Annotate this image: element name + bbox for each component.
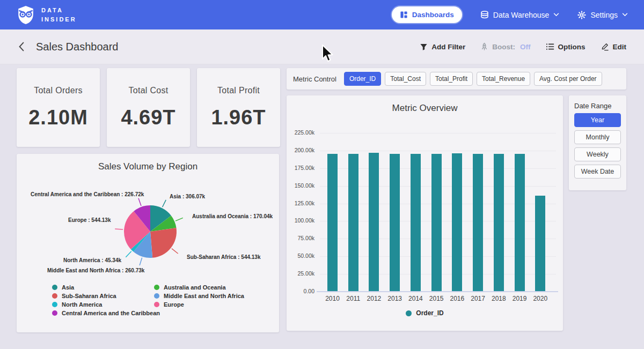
settings-menu[interactable]: Settings bbox=[577, 11, 628, 19]
dashboards-button[interactable]: Dashboards bbox=[392, 6, 462, 23]
y-axis-tick: 200.00k bbox=[287, 147, 314, 153]
pie-label-sub-saharan-africa: Sub-Saharan Africa : 544.13k bbox=[187, 254, 260, 260]
date-range-button-year[interactable]: Year bbox=[574, 113, 621, 127]
database-icon bbox=[480, 11, 489, 19]
bar-2019[interactable] bbox=[515, 154, 525, 292]
bar-2014[interactable] bbox=[411, 154, 421, 292]
kpi-label: Total Profit bbox=[217, 86, 260, 95]
bar-2017[interactable] bbox=[473, 154, 483, 292]
legend-dot bbox=[406, 310, 412, 316]
legend-item: North America bbox=[52, 301, 102, 308]
kpi-value: 1.96T bbox=[211, 106, 266, 129]
bar-2020[interactable] bbox=[535, 196, 545, 292]
x-axis-tick: 2019 bbox=[509, 295, 530, 302]
date-range-button-monthly[interactable]: Monthly bbox=[574, 130, 621, 144]
metric-button-order-id[interactable]: Order_ID bbox=[344, 72, 381, 86]
pie-leader-line bbox=[115, 229, 123, 229]
pie-leader-line bbox=[126, 251, 131, 257]
boost-value: Off bbox=[520, 43, 531, 51]
bar-2010[interactable] bbox=[327, 154, 338, 292]
x-axis-tick: 2010 bbox=[322, 295, 343, 302]
legend-item: Asia bbox=[52, 284, 74, 291]
x-axis-tick: 2020 bbox=[530, 295, 551, 302]
y-axis-tick: 50.00k bbox=[287, 253, 314, 259]
gridline bbox=[320, 133, 556, 133]
pie-label-asia: Asia : 306.07k bbox=[170, 194, 205, 199]
pie-label-central-america-caribbean: Central America and the Caribbean : 226.… bbox=[31, 191, 144, 197]
bar-legend: Order_ID bbox=[287, 309, 563, 317]
page-title: Sales Dashboard bbox=[36, 41, 118, 53]
x-axis-tick: 2016 bbox=[447, 295, 468, 302]
bar-2018[interactable] bbox=[494, 154, 504, 292]
x-axis-tick: 2011 bbox=[342, 295, 364, 302]
bar-2013[interactable] bbox=[390, 154, 400, 292]
kpi-card-total-orders: Total Orders 2.10M bbox=[17, 68, 100, 147]
legend-item: Middle East and North Africa bbox=[154, 293, 244, 299]
back-button[interactable] bbox=[18, 42, 25, 51]
rocket-icon bbox=[480, 42, 488, 51]
legend-item: Sub-Saharan Africa bbox=[52, 293, 116, 299]
pie-slice-2[interactable] bbox=[150, 228, 177, 258]
edit-label: Edit bbox=[613, 43, 627, 51]
legend-dot bbox=[52, 293, 57, 299]
bar-2011[interactable] bbox=[348, 154, 358, 292]
add-filter-label: Add Filter bbox=[431, 43, 465, 51]
metric-button-total-revenue[interactable]: Total_Revenue bbox=[477, 72, 530, 86]
x-axis-tick: 2018 bbox=[488, 295, 509, 302]
x-axis-tick: 2014 bbox=[405, 295, 426, 302]
gear-icon bbox=[577, 11, 586, 19]
date-range-panel: Date Range Year Monthly Weekly Week Date bbox=[569, 95, 626, 190]
x-axis-tick: 2015 bbox=[426, 295, 447, 302]
legend-label: Australia and Oceania bbox=[164, 284, 226, 291]
metric-button-total-profit[interactable]: Total_Profit bbox=[430, 72, 473, 86]
bar-2012[interactable] bbox=[369, 153, 379, 292]
add-filter-button[interactable]: Add Filter bbox=[420, 43, 465, 51]
legend-label: Asia bbox=[62, 284, 74, 291]
legend-dot bbox=[52, 310, 57, 316]
metric-overview-card: Metric Overview 225.00k200.00k175.00k150… bbox=[287, 95, 563, 331]
logo-text-line1: DATA bbox=[41, 6, 77, 15]
pie-label-australia-oceania: Australia and Oceania : 170.04k bbox=[192, 213, 273, 219]
options-button[interactable]: Options bbox=[546, 43, 586, 51]
metric-control-label: Metric Control bbox=[293, 75, 336, 83]
metric-button-avg-cost-per-order[interactable]: Avg. Cost per Order bbox=[534, 72, 602, 86]
data-warehouse-label: Data Warehouse bbox=[493, 11, 550, 19]
y-axis-tick: 150.00k bbox=[287, 182, 314, 189]
boost-label: Boost: bbox=[492, 43, 515, 51]
options-list-icon bbox=[546, 43, 554, 50]
metric-button-total-cost[interactable]: Total_Cost bbox=[385, 72, 426, 86]
filter-funnel-icon bbox=[420, 43, 428, 51]
pie-chart[interactable] bbox=[113, 194, 188, 269]
y-axis-tick: 125.00k bbox=[287, 200, 314, 206]
pie-leader-line bbox=[140, 258, 142, 265]
owl-logo-icon bbox=[16, 5, 35, 25]
y-axis-tick: 25.00k bbox=[287, 270, 314, 277]
date-range-button-weekly[interactable]: Weekly bbox=[574, 147, 621, 161]
chevron-down-icon bbox=[622, 13, 628, 17]
page-header: Sales Dashboard Add Filter Boost: Off bbox=[0, 29, 644, 64]
date-range-button-week-date[interactable]: Week Date bbox=[574, 165, 621, 179]
x-axis-tick: 2013 bbox=[384, 295, 406, 302]
legend-dot bbox=[154, 285, 159, 290]
legend-label: Middle East and North Africa bbox=[164, 293, 244, 299]
legend-dot bbox=[52, 302, 57, 307]
app-logo: DATA INSIDER bbox=[16, 5, 77, 25]
sales-volume-by-region-card: Sales Volume by Region Asia : 306.07k Au… bbox=[17, 154, 279, 332]
edit-button[interactable]: Edit bbox=[601, 42, 627, 51]
bar-2016[interactable] bbox=[452, 153, 462, 292]
logo-text-line2: INSIDER bbox=[41, 15, 77, 24]
bar-chart[interactable]: 225.00k200.00k175.00k150.00k125.00k100.0… bbox=[287, 95, 563, 331]
boost-toggle[interactable]: Boost: Off bbox=[480, 42, 530, 51]
legend-dot bbox=[52, 285, 57, 290]
legend-label: Central America and the Caribbean bbox=[62, 310, 160, 316]
legend-label: Sub-Saharan Africa bbox=[62, 293, 116, 299]
y-axis-tick: 100.00k bbox=[287, 217, 314, 224]
kpi-card-total-cost: Total Cost 4.69T bbox=[107, 68, 190, 147]
bar-2015[interactable] bbox=[431, 154, 442, 292]
pie-leader-line bbox=[138, 198, 141, 206]
x-axis-tick: 2012 bbox=[363, 295, 385, 302]
sales-dashboard-page: DATA INSIDER Dashboards Data Warehouse bbox=[0, 0, 644, 349]
dashboards-label: Dashboards bbox=[412, 11, 454, 19]
data-warehouse-menu[interactable]: Data Warehouse bbox=[480, 11, 560, 19]
kpi-label: Total Orders bbox=[34, 86, 83, 95]
